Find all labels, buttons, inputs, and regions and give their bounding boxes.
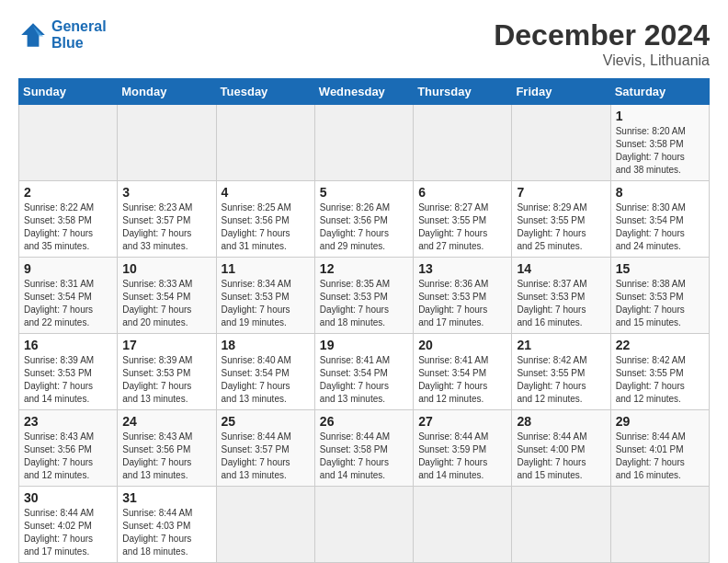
day-content: Sunrise: 8:25 AM Sunset: 3:56 PM Dayligh… [222,201,310,253]
calendar-cell: 22Sunrise: 8:42 AM Sunset: 3:55 PM Dayli… [610,334,709,410]
logo: General Blue [18,18,107,52]
day-content: Sunrise: 8:37 AM Sunset: 3:53 PM Dayligh… [517,278,605,329]
header-cell-saturday: Saturday [610,79,709,105]
day-number: 22 [616,338,704,352]
calendar-cell: 7Sunrise: 8:29 AM Sunset: 3:55 PM Daylig… [512,181,610,258]
day-content: Sunrise: 8:33 AM Sunset: 3:54 PM Dayligh… [122,278,210,329]
day-content: Sunrise: 8:35 AM Sunset: 3:53 PM Dayligh… [320,278,408,329]
calendar-cell: 30Sunrise: 8:44 AM Sunset: 4:02 PM Dayli… [19,487,118,563]
day-content: Sunrise: 8:23 AM Sunset: 3:57 PM Dayligh… [122,201,210,253]
calendar-cell: 11Sunrise: 8:34 AM Sunset: 3:53 PM Dayli… [216,258,314,334]
day-number: 9 [24,261,112,276]
calendar-cell: 5Sunrise: 8:26 AM Sunset: 3:56 PM Daylig… [314,181,413,258]
day-content: Sunrise: 8:39 AM Sunset: 3:53 PM Dayligh… [24,354,112,406]
day-content: Sunrise: 8:42 AM Sunset: 3:55 PM Dayligh… [517,354,605,406]
day-number: 27 [418,414,506,429]
calendar-cell: 26Sunrise: 8:44 AM Sunset: 3:58 PM Dayli… [314,410,413,487]
calendar-cell: 27Sunrise: 8:44 AM Sunset: 3:59 PM Dayli… [414,410,512,487]
title-section: December 2024 Vievis, Lithuania [494,18,710,69]
day-content: Sunrise: 8:29 AM Sunset: 3:55 PM Dayligh… [517,201,605,253]
day-number: 7 [517,185,605,200]
calendar-cell: 17Sunrise: 8:39 AM Sunset: 3:53 PM Dayli… [118,334,216,410]
day-content: Sunrise: 8:44 AM Sunset: 4:00 PM Dayligh… [517,431,605,482]
day-number: 31 [122,490,210,505]
location-subtitle: Vievis, Lithuania [494,52,710,69]
day-number: 13 [418,261,506,276]
calendar-cell: 25Sunrise: 8:44 AM Sunset: 3:57 PM Dayli… [216,410,314,487]
calendar-week-row: 16Sunrise: 8:39 AM Sunset: 3:53 PM Dayli… [19,334,710,410]
day-number: 16 [24,338,112,352]
day-content: Sunrise: 8:31 AM Sunset: 3:54 PM Dayligh… [24,278,112,329]
day-content: Sunrise: 8:44 AM Sunset: 3:59 PM Dayligh… [418,431,506,482]
month-year-title: December 2024 [494,18,710,52]
calendar-cell [118,105,216,181]
day-content: Sunrise: 8:42 AM Sunset: 3:55 PM Dayligh… [616,354,704,406]
calendar-table: SundayMondayTuesdayWednesdayThursdayFrid… [18,78,710,563]
day-number: 2 [24,185,112,200]
day-content: Sunrise: 8:22 AM Sunset: 3:58 PM Dayligh… [24,201,112,253]
calendar-cell: 18Sunrise: 8:40 AM Sunset: 3:54 PM Dayli… [216,334,314,410]
day-number: 1 [616,109,704,123]
calendar-cell: 28Sunrise: 8:44 AM Sunset: 4:00 PM Dayli… [512,410,610,487]
calendar-cell: 2Sunrise: 8:22 AM Sunset: 3:58 PM Daylig… [19,181,118,258]
day-content: Sunrise: 8:44 AM Sunset: 4:02 PM Dayligh… [24,507,112,558]
calendar-cell: 1Sunrise: 8:20 AM Sunset: 3:58 PM Daylig… [610,105,709,181]
calendar-cell: 6Sunrise: 8:27 AM Sunset: 3:55 PM Daylig… [414,181,512,258]
day-content: Sunrise: 8:41 AM Sunset: 3:54 PM Dayligh… [418,354,506,406]
calendar-cell: 15Sunrise: 8:38 AM Sunset: 3:53 PM Dayli… [610,258,709,334]
calendar-cell [314,105,413,181]
day-content: Sunrise: 8:44 AM Sunset: 4:01 PM Dayligh… [616,431,704,482]
calendar-cell: 31Sunrise: 8:44 AM Sunset: 4:03 PM Dayli… [118,487,216,563]
calendar-cell: 13Sunrise: 8:36 AM Sunset: 3:53 PM Dayli… [414,258,512,334]
day-content: Sunrise: 8:20 AM Sunset: 3:58 PM Dayligh… [616,125,704,177]
calendar-cell [414,487,512,563]
page-header: General Blue December 2024 Vievis, Lithu… [18,18,710,69]
calendar-week-row: 23Sunrise: 8:43 AM Sunset: 3:56 PM Dayli… [19,410,710,487]
logo-icon [18,20,48,50]
calendar-week-row: 30Sunrise: 8:44 AM Sunset: 4:02 PM Dayli… [19,487,710,563]
calendar-week-row: 9Sunrise: 8:31 AM Sunset: 3:54 PM Daylig… [19,258,710,334]
calendar-cell: 16Sunrise: 8:39 AM Sunset: 3:53 PM Dayli… [19,334,118,410]
day-number: 26 [320,414,408,429]
calendar-cell [19,105,118,181]
day-number: 10 [122,261,210,276]
day-number: 23 [24,414,112,429]
header-cell-friday: Friday [512,79,610,105]
day-content: Sunrise: 8:44 AM Sunset: 4:03 PM Dayligh… [122,507,210,558]
calendar-cell: 29Sunrise: 8:44 AM Sunset: 4:01 PM Dayli… [610,410,709,487]
calendar-cell [314,487,413,563]
day-number: 12 [320,261,408,276]
calendar-cell: 4Sunrise: 8:25 AM Sunset: 3:56 PM Daylig… [216,181,314,258]
calendar-cell: 14Sunrise: 8:37 AM Sunset: 3:53 PM Dayli… [512,258,610,334]
calendar-cell: 3Sunrise: 8:23 AM Sunset: 3:57 PM Daylig… [118,181,216,258]
calendar-week-row: 2Sunrise: 8:22 AM Sunset: 3:58 PM Daylig… [19,181,710,258]
day-content: Sunrise: 8:30 AM Sunset: 3:54 PM Dayligh… [616,201,704,253]
day-number: 29 [616,414,704,429]
day-number: 20 [418,338,506,352]
day-content: Sunrise: 8:41 AM Sunset: 3:54 PM Dayligh… [320,354,408,406]
calendar-cell [216,487,314,563]
header-cell-monday: Monday [118,79,216,105]
day-content: Sunrise: 8:26 AM Sunset: 3:56 PM Dayligh… [320,201,408,253]
day-content: Sunrise: 8:34 AM Sunset: 3:53 PM Dayligh… [222,278,310,329]
day-number: 5 [320,185,408,200]
day-number: 3 [122,185,210,200]
calendar-cell: 12Sunrise: 8:35 AM Sunset: 3:53 PM Dayli… [314,258,413,334]
calendar-cell [512,487,610,563]
calendar-cell: 24Sunrise: 8:43 AM Sunset: 3:56 PM Dayli… [118,410,216,487]
day-number: 11 [222,261,310,276]
header-cell-wednesday: Wednesday [314,79,413,105]
day-content: Sunrise: 8:38 AM Sunset: 3:53 PM Dayligh… [616,278,704,329]
calendar-cell: 20Sunrise: 8:41 AM Sunset: 3:54 PM Dayli… [414,334,512,410]
day-number: 24 [122,414,210,429]
calendar-week-row: 1Sunrise: 8:20 AM Sunset: 3:58 PM Daylig… [19,105,710,181]
logo-text: General Blue [51,18,107,52]
calendar-cell: 10Sunrise: 8:33 AM Sunset: 3:54 PM Dayli… [118,258,216,334]
day-content: Sunrise: 8:39 AM Sunset: 3:53 PM Dayligh… [122,354,210,406]
day-number: 6 [418,185,506,200]
day-number: 17 [122,338,210,352]
header-cell-thursday: Thursday [414,79,512,105]
calendar-cell [414,105,512,181]
calendar-cell: 21Sunrise: 8:42 AM Sunset: 3:55 PM Dayli… [512,334,610,410]
calendar-cell: 9Sunrise: 8:31 AM Sunset: 3:54 PM Daylig… [19,258,118,334]
